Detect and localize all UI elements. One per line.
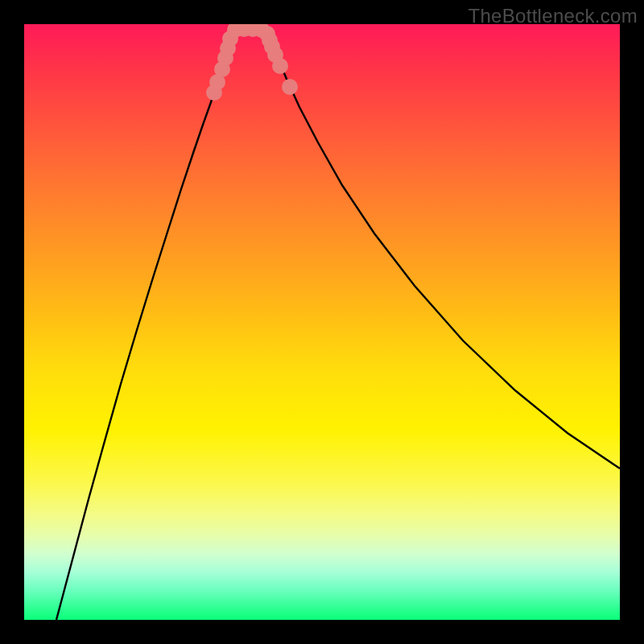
chart-frame: TheBottleneck.com	[0, 0, 644, 644]
data-marker	[272, 58, 288, 74]
plot-area	[24, 24, 620, 620]
left-marker-cluster	[206, 31, 238, 101]
chart-svg	[24, 24, 620, 620]
right-curve	[266, 28, 620, 469]
watermark-text: TheBottleneck.com	[468, 5, 638, 27]
left-curve	[56, 28, 237, 620]
data-marker	[282, 79, 298, 95]
right-marker-cluster	[259, 26, 298, 95]
